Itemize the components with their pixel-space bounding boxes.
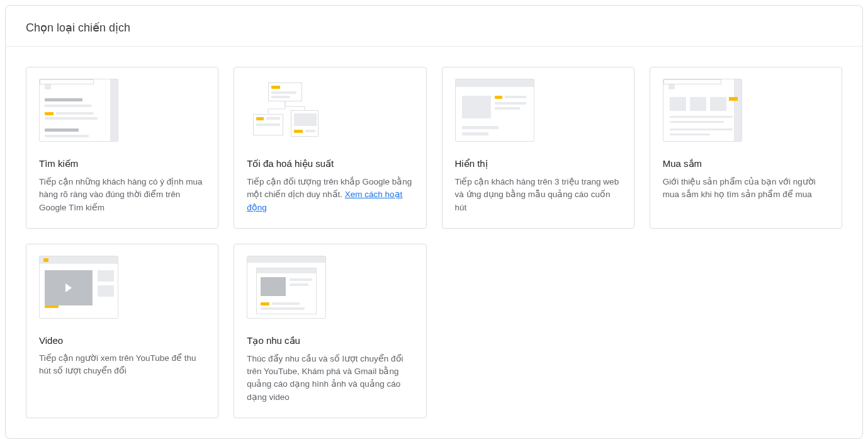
campaign-card-video[interactable]: Video Tiếp cận người xem trên YouTube để… [26,244,218,418]
campaign-type-panel: Chọn loại chiến dịch Tìm kiếm Tiếp cận n… [5,5,863,439]
demand-gen-thumbnail-icon [247,256,326,319]
card-description: Tiếp cận những khách hàng có ý định mua … [39,176,205,214]
card-title: Video [39,335,205,346]
campaign-type-grid: Tìm kiếm Tiếp cận những khách hàng có ý … [6,47,862,438]
campaign-card-demand-gen[interactable]: Tạo nhu cầu Thúc đẩy nhu cầu và số lượt … [234,244,426,418]
campaign-card-shopping[interactable]: Mua sắm Giới thiệu sản phẩm của bạn với … [650,67,842,229]
card-title: Tạo nhu cầu [247,335,413,346]
card-title: Tìm kiếm [39,158,205,169]
card-title: Mua sắm [663,158,829,169]
pmax-thumbnail-icon [247,79,326,142]
display-thumbnail-icon [455,79,534,142]
video-thumbnail-icon [39,256,118,319]
panel-title: Chọn loại chiến dịch [6,6,862,47]
campaign-card-performance-max[interactable]: Tối đa hoá hiệu suất Tiếp cận đối tượng … [234,67,426,229]
card-description: Tiếp cận người xem trên YouTube để thu h… [39,352,205,378]
card-description: Tiếp cận đối tượng trên khắp Google bằng… [247,176,413,214]
card-title: Hiển thị [455,158,621,169]
card-description: Tiếp cận khách hàng trên 3 triệu trang w… [455,176,621,214]
search-thumbnail-icon [39,79,118,142]
campaign-card-display[interactable]: Hiển thị Tiếp cận khách hàng trên 3 triệ… [442,67,634,229]
card-description: Giới thiệu sản phẩm của bạn với người mu… [663,176,829,202]
card-title: Tối đa hoá hiệu suất [247,158,413,169]
shopping-thumbnail-icon [663,79,742,142]
campaign-card-search[interactable]: Tìm kiếm Tiếp cận những khách hàng có ý … [26,67,218,229]
card-description: Thúc đẩy nhu cầu và số lượt chuyển đổi t… [247,353,413,404]
